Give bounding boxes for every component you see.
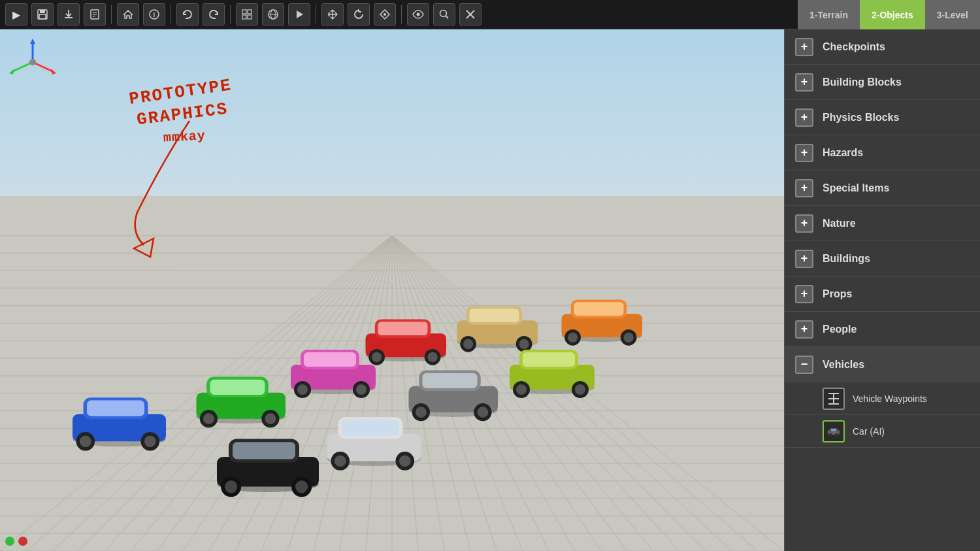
separator [230, 5, 231, 24]
svg-point-63 [519, 339, 529, 349]
svg-rect-43 [304, 352, 356, 367]
physics-blocks-label: Physics Blocks [823, 112, 899, 124]
home-button[interactable] [117, 3, 139, 25]
sidebar-sub-car-ai[interactable]: Car (AI) [785, 415, 980, 448]
play-button[interactable]: ▶ [5, 3, 27, 25]
new-button[interactable] [84, 3, 106, 25]
special-items-label: Special Items [823, 182, 889, 194]
svg-point-87 [575, 384, 585, 395]
svg-rect-2 [39, 14, 46, 19]
separator [401, 5, 402, 24]
level-tab[interactable]: 3-Level [925, 0, 980, 29]
svg-marker-21 [9, 69, 14, 75]
objects-tab[interactable]: 2-Objects [860, 0, 925, 29]
redo-button[interactable] [203, 3, 225, 25]
svg-point-107 [836, 433, 839, 436]
svg-rect-6 [242, 10, 246, 14]
svg-point-47 [356, 384, 367, 395]
svg-point-45 [297, 384, 308, 395]
svg-point-53 [372, 352, 382, 362]
svg-rect-27 [87, 401, 144, 416]
svg-line-20 [12, 62, 33, 72]
sidebar-item-people[interactable]: + People [785, 312, 980, 347]
toolbar: ▶ i [0, 0, 980, 29]
vehicles-label: Vehicles [823, 359, 864, 371]
svg-rect-108 [831, 429, 836, 431]
svg-marker-17 [30, 39, 35, 44]
svg-point-13 [384, 13, 386, 16]
hazards-label: Hazards [823, 147, 863, 159]
status-dots [5, 537, 27, 546]
people-plus-icon: + [795, 320, 813, 339]
special-items-plus-icon: + [795, 179, 813, 197]
svg-rect-7 [248, 10, 252, 14]
globe-button[interactable] [262, 3, 284, 25]
undo-button[interactable] [176, 3, 199, 25]
sidebar-item-special-items[interactable]: + Special Items [785, 171, 980, 206]
physics-blocks-plus-icon: + [795, 109, 813, 127]
close-button[interactable] [459, 3, 482, 25]
checkpoints-label: Checkpoints [823, 41, 885, 53]
svg-point-55 [428, 352, 438, 362]
svg-point-14 [417, 13, 420, 16]
separator [111, 5, 112, 24]
separator [316, 5, 316, 24]
save-button[interactable] [31, 3, 54, 25]
sidebar-item-checkpoints[interactable]: + Checkpoints [785, 29, 980, 65]
svg-rect-51 [378, 322, 428, 335]
sidebar-item-buildings[interactable]: + Buildings [785, 241, 980, 276]
nature-plus-icon: + [795, 214, 813, 233]
checkpoints-plus-icon: + [795, 38, 813, 56]
search-button[interactable] [433, 3, 455, 25]
sidebar-item-hazards[interactable]: + Hazards [785, 135, 980, 171]
prototype-text: PROTOTYPE GRAPHICS mmkay [128, 77, 237, 150]
sidebar-item-nature[interactable]: + Nature [785, 206, 980, 241]
svg-point-106 [829, 433, 832, 436]
eye-button[interactable] [407, 3, 429, 25]
sidebar-item-vehicles[interactable]: − Vehicles [785, 347, 980, 382]
svg-point-85 [516, 384, 527, 395]
svg-point-95 [399, 456, 411, 467]
sidebar-item-props[interactable]: + Props [785, 276, 980, 312]
svg-point-39 [265, 413, 276, 424]
svg-rect-67 [574, 302, 624, 316]
props-plus-icon: + [795, 285, 813, 303]
main-area: PROTOTYPE GRAPHICS mmkay [0, 29, 980, 551]
svg-rect-1 [40, 10, 45, 13]
svg-point-77 [416, 407, 427, 418]
sidebar-item-building-blocks[interactable]: + Building Blocks [785, 65, 980, 100]
run-button[interactable] [288, 3, 310, 25]
svg-point-71 [624, 333, 634, 342]
viewport[interactable]: PROTOTYPE GRAPHICS mmkay [0, 29, 784, 551]
people-label: People [823, 324, 857, 335]
svg-line-18 [33, 62, 54, 72]
waypoints-plus-icon [823, 388, 845, 410]
grid-button[interactable] [236, 3, 258, 25]
terrain-tab[interactable]: 1-Terrain [798, 0, 860, 29]
svg-point-79 [478, 407, 489, 418]
sidebar-spacer [785, 448, 980, 513]
waypoints-label: Vehicle Waypoints [853, 393, 927, 404]
info-button[interactable]: i [143, 3, 165, 25]
sidebar-sub-vehicle-waypoints[interactable]: Vehicle Waypoints [785, 382, 980, 415]
rotate-button[interactable] [348, 3, 370, 25]
props-label: Props [823, 288, 852, 300]
sidebar-item-physics-blocks[interactable]: + Physics Blocks [785, 100, 980, 135]
buildings-plus-icon: + [795, 250, 813, 268]
red-dot [18, 537, 27, 546]
vehicles-minus-icon: − [795, 356, 813, 374]
move-button[interactable] [321, 3, 344, 25]
svg-rect-75 [423, 373, 478, 388]
separator [171, 5, 171, 24]
svg-rect-9 [248, 15, 252, 19]
nature-label: Nature [823, 218, 856, 229]
svg-marker-19 [51, 69, 56, 75]
car-ai-label: Car (AI) [853, 426, 885, 437]
svg-point-37 [203, 413, 214, 424]
svg-point-103 [295, 480, 308, 493]
tab-strip: 1-Terrain 2-Objects 3-Level [798, 0, 980, 29]
export-button[interactable] [57, 3, 80, 25]
svg-point-31 [144, 436, 156, 448]
scale-button[interactable] [374, 3, 396, 25]
sidebar: + Checkpoints + Building Blocks + Physic… [784, 29, 980, 551]
